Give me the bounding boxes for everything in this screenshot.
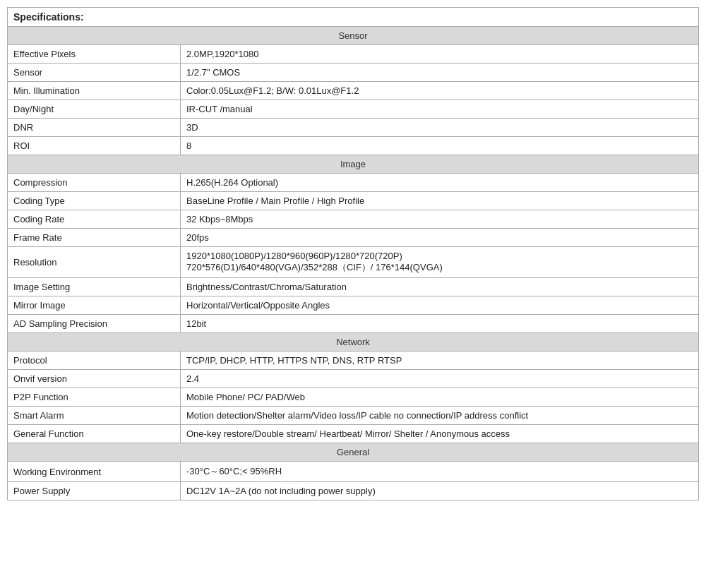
section-header-image: Image <box>8 155 699 174</box>
row-label: Working Environment <box>8 462 181 482</box>
row-value: IR-CUT /manual <box>181 100 699 119</box>
row-value: TCP/IP, DHCP, HTTP, HTTPS NTP, DNS, RTP … <box>181 352 699 370</box>
table-row: Mirror ImageHorizontal/Vertical/Opposite… <box>8 296 699 315</box>
specifications-table: Specifications:SensorEffective Pixels2.0… <box>7 7 699 500</box>
section-header-label: Network <box>8 333 699 352</box>
row-value: 2.4 <box>181 370 699 388</box>
row-value: Horizontal/Vertical/Opposite Angles <box>181 296 699 315</box>
row-value: Motion detection/Shelter alarm/Video los… <box>181 407 699 425</box>
table-row: Image SettingBrightness/Contrast/Chroma/… <box>8 278 699 296</box>
row-value: -30°C～60°C;< 95%RH <box>181 462 699 482</box>
row-value: 1920*1080(1080P)/1280*960(960P)/1280*720… <box>181 247 699 278</box>
table-row: Power SupplyDC12V 1A~2A (do not includin… <box>8 482 699 500</box>
row-value: 12bit <box>181 315 699 333</box>
row-label: Day/Night <box>8 100 181 119</box>
table-row: ProtocolTCP/IP, DHCP, HTTP, HTTPS NTP, D… <box>8 352 699 370</box>
row-label: Frame Rate <box>8 229 181 247</box>
table-row: Coding Rate32 Kbps~8Mbps <box>8 210 699 229</box>
row-label: Coding Rate <box>8 210 181 229</box>
row-value: Brightness/Contrast/Chroma/Saturation <box>181 278 699 296</box>
table-row: Working Environment-30°C～60°C;< 95%RH <box>8 462 699 482</box>
row-label: Smart Alarm <box>8 407 181 425</box>
table-row: ROI8 <box>8 137 699 155</box>
table-row: P2P FunctionMobile Phone/ PC/ PAD/Web <box>8 388 699 407</box>
row-label: Resolution <box>8 247 181 278</box>
row-label: P2P Function <box>8 388 181 407</box>
section-header-label: Image <box>8 155 699 174</box>
row-value: H.265(H.264 Optional) <box>181 174 699 192</box>
row-label: Image Setting <box>8 278 181 296</box>
row-value: DC12V 1A~2A (do not including power supp… <box>181 482 699 500</box>
row-value: Color:0.05Lux@F1.2; B/W: 0.01Lux@F1.2 <box>181 82 699 100</box>
table-row: Resolution1920*1080(1080P)/1280*960(960P… <box>8 247 699 278</box>
row-value: 3D <box>181 119 699 137</box>
table-row: DNR3D <box>8 119 699 137</box>
row-label: Coding Type <box>8 192 181 210</box>
section-header-label: Sensor <box>8 27 699 45</box>
row-label: General Function <box>8 425 181 443</box>
row-value: Mobile Phone/ PC/ PAD/Web <box>181 388 699 407</box>
table-row: Min. IlluminationColor:0.05Lux@F1.2; B/W… <box>8 82 699 100</box>
table-row: Sensor1/2.7" CMOS <box>8 64 699 82</box>
table-row: Smart AlarmMotion detection/Shelter alar… <box>8 407 699 425</box>
row-value: 8 <box>181 137 699 155</box>
row-value: 32 Kbps~8Mbps <box>181 210 699 229</box>
row-label: Protocol <box>8 352 181 370</box>
table-row: CompressionH.265(H.264 Optional) <box>8 174 699 192</box>
title-row: Specifications: <box>8 8 699 27</box>
section-header-network: Network <box>8 333 699 352</box>
section-header-general: General <box>8 443 699 462</box>
row-label: DNR <box>8 119 181 137</box>
row-value: 20fps <box>181 229 699 247</box>
table-row: Frame Rate20fps <box>8 229 699 247</box>
row-label: Mirror Image <box>8 296 181 315</box>
row-label: Compression <box>8 174 181 192</box>
row-value: One-key restore/Double stream/ Heartbeat… <box>181 425 699 443</box>
row-label: Onvif version <box>8 370 181 388</box>
table-row: Coding TypeBaseLine Profile / Main Profi… <box>8 192 699 210</box>
row-label: Power Supply <box>8 482 181 500</box>
table-row: Day/NightIR-CUT /manual <box>8 100 699 119</box>
row-value: BaseLine Profile / Main Profile / High P… <box>181 192 699 210</box>
section-header-label: General <box>8 443 699 462</box>
row-label: ROI <box>8 137 181 155</box>
table-row: Effective Pixels2.0MP,1920*1080 <box>8 45 699 64</box>
row-value: 1/2.7" CMOS <box>181 64 699 82</box>
row-label: Min. Illumination <box>8 82 181 100</box>
row-label: Sensor <box>8 64 181 82</box>
table-row: Onvif version2.4 <box>8 370 699 388</box>
table-row: General FunctionOne-key restore/Double s… <box>8 425 699 443</box>
row-label: Effective Pixels <box>8 45 181 64</box>
section-header-sensor: Sensor <box>8 27 699 45</box>
row-label: AD Sampling Precision <box>8 315 181 333</box>
row-value: 2.0MP,1920*1080 <box>181 45 699 64</box>
specifications-title: Specifications: <box>8 8 699 27</box>
table-row: AD Sampling Precision12bit <box>8 315 699 333</box>
